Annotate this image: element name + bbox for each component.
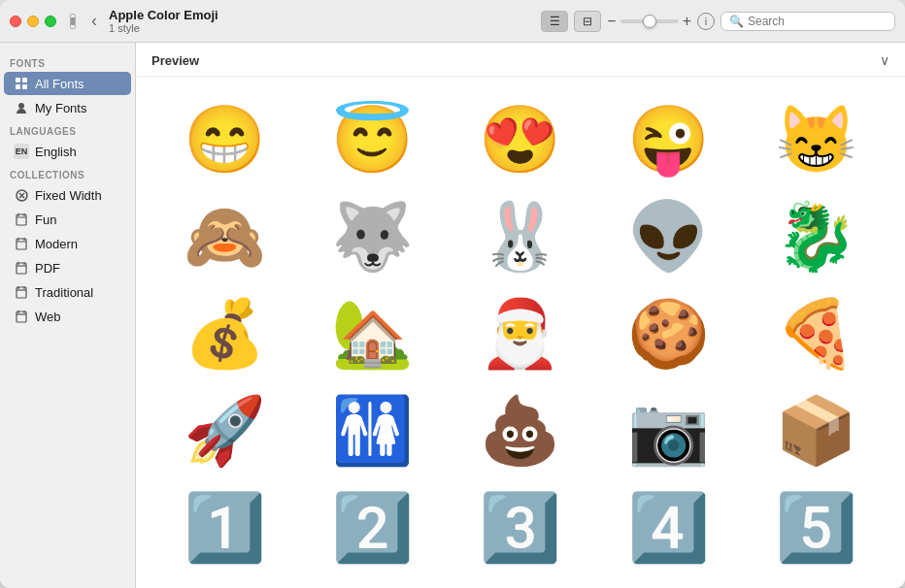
emoji-cell: 🐉 bbox=[748, 193, 886, 280]
preview-area: Preview ∨ 😁😇😍😜😸🙈🐺🐰👽🐉💰🏡🎅🍪🍕🚀🚻💩📷📦1️⃣2️⃣3️⃣4… bbox=[136, 43, 905, 588]
minimize-button[interactable] bbox=[27, 16, 39, 27]
info-icon: i bbox=[705, 16, 707, 27]
size-control: − + bbox=[607, 13, 691, 30]
sidebar-item-fun[interactable]: Fun bbox=[4, 208, 131, 231]
font-title-area: Apple Color Emoji 1 style bbox=[109, 8, 541, 34]
traffic-lights bbox=[10, 16, 56, 27]
fixed-width-icon bbox=[14, 187, 29, 203]
emoji-cell: 🍪 bbox=[599, 290, 737, 377]
fixed-width-label: Fixed Width bbox=[35, 188, 102, 203]
emoji-cell: 5️⃣ bbox=[748, 484, 886, 572]
web-label: Web bbox=[35, 310, 61, 324]
sidebar-item-fixed-width[interactable]: Fixed Width bbox=[4, 183, 131, 207]
sidebar-item-pdf[interactable]: PDF bbox=[4, 256, 131, 279]
main-window: ‹ Apple Color Emoji 1 style ☰ ⊟ − + i bbox=[0, 0, 905, 588]
svg-rect-3 bbox=[22, 84, 27, 89]
preview-label: Preview bbox=[151, 53, 199, 68]
emoji-cell: 🎅 bbox=[452, 290, 589, 377]
emoji-cell: 📦 bbox=[748, 387, 886, 474]
titlebar: ‹ Apple Color Emoji 1 style ☰ ⊟ − + i bbox=[0, 0, 905, 43]
modern-icon bbox=[14, 236, 29, 251]
sidebar-item-modern[interactable]: Modern bbox=[4, 232, 131, 255]
size-slider-thumb bbox=[643, 15, 656, 28]
web-icon bbox=[14, 309, 29, 324]
preview-header: Preview ∨ bbox=[136, 43, 905, 77]
pdf-icon bbox=[14, 260, 29, 276]
emoji-cell: 😜 bbox=[599, 96, 737, 183]
emoji-cell: 1️⃣ bbox=[155, 484, 293, 572]
back-button[interactable]: ‹ bbox=[85, 9, 103, 33]
emoji-cell: 🙈 bbox=[155, 193, 293, 280]
size-increase-button[interactable]: + bbox=[683, 13, 691, 30]
svg-point-4 bbox=[18, 103, 24, 109]
emoji-cell: 😍 bbox=[452, 96, 589, 183]
size-slider[interactable] bbox=[620, 19, 679, 23]
size-decrease-button[interactable]: − bbox=[607, 13, 616, 30]
list-view-button[interactable]: ☰ bbox=[541, 11, 568, 32]
search-box: 🔍 bbox=[721, 12, 895, 31]
emoji-cell: 🚻 bbox=[303, 387, 441, 474]
pdf-label: PDF bbox=[35, 261, 60, 276]
search-input[interactable] bbox=[748, 15, 874, 28]
info-button[interactable]: i bbox=[697, 13, 715, 30]
sidebar-item-traditional[interactable]: Traditional bbox=[4, 280, 131, 304]
emoji-cell: 📷 bbox=[599, 387, 737, 474]
collapse-sidebar-button[interactable] bbox=[70, 14, 76, 29]
maximize-button[interactable] bbox=[45, 16, 56, 27]
emoji-cell: 😇 bbox=[303, 96, 441, 183]
close-button[interactable] bbox=[10, 16, 21, 27]
collections-section-label: Collections bbox=[0, 164, 135, 182]
fonts-section-label: Fonts bbox=[0, 52, 135, 71]
emoji-cell: 🐰 bbox=[452, 193, 589, 280]
sidebar-item-english[interactable]: EN English bbox=[4, 140, 131, 163]
emoji-cell: 💰 bbox=[155, 290, 293, 377]
emoji-cell: 👽 bbox=[599, 193, 737, 280]
fun-icon bbox=[14, 212, 29, 227]
languages-section-label: Languages bbox=[0, 120, 135, 139]
my-fonts-icon bbox=[14, 100, 29, 115]
preview-collapse-button[interactable]: ∨ bbox=[880, 52, 889, 68]
emoji-cell: 🍕 bbox=[748, 290, 886, 377]
emoji-cell: 😸 bbox=[748, 96, 886, 183]
font-name: Apple Color Emoji bbox=[109, 8, 541, 22]
svg-rect-1 bbox=[22, 78, 27, 82]
grid-view-button[interactable]: ⊟ bbox=[574, 11, 601, 32]
emoji-cell: 2️⃣ bbox=[303, 484, 441, 572]
grid-view-icon: ⊟ bbox=[583, 15, 592, 28]
english-label: English bbox=[35, 145, 77, 159]
emoji-grid: 😁😇😍😜😸🙈🐺🐰👽🐉💰🏡🎅🍪🍕🚀🚻💩📷📦1️⃣2️⃣3️⃣4️⃣5️⃣ bbox=[136, 77, 905, 588]
emoji-cell: 💩 bbox=[452, 387, 589, 474]
emoji-cell: 3️⃣ bbox=[452, 484, 589, 572]
search-icon: 🔍 bbox=[729, 15, 744, 28]
all-fonts-icon bbox=[14, 76, 29, 91]
list-view-icon: ☰ bbox=[550, 15, 560, 28]
all-fonts-label: All Fonts bbox=[35, 77, 84, 91]
sidebar-item-web[interactable]: Web bbox=[4, 305, 131, 328]
my-fonts-label: My Fonts bbox=[35, 101, 86, 115]
main-content: Fonts All Fonts bbox=[0, 43, 905, 588]
svg-rect-0 bbox=[16, 78, 20, 82]
traditional-label: Traditional bbox=[35, 285, 93, 300]
modern-label: Modern bbox=[35, 237, 78, 251]
sidebar-item-my-fonts[interactable]: My Fonts bbox=[4, 96, 131, 119]
emoji-cell: 😁 bbox=[155, 96, 293, 183]
emoji-cell: 🏡 bbox=[303, 290, 441, 377]
traditional-icon bbox=[14, 284, 29, 300]
toolbar-controls: ☰ ⊟ − + i 🔍 bbox=[541, 11, 895, 32]
sidebar: Fonts All Fonts bbox=[0, 43, 136, 588]
emoji-cell: 🚀 bbox=[155, 387, 293, 474]
emoji-cell: 🐺 bbox=[303, 193, 441, 280]
sidebar-item-all-fonts[interactable]: All Fonts bbox=[4, 72, 131, 95]
font-style-count: 1 style bbox=[109, 22, 541, 34]
emoji-cell: 4️⃣ bbox=[599, 484, 737, 572]
english-icon: EN bbox=[14, 144, 29, 159]
svg-rect-2 bbox=[16, 84, 20, 89]
fun-label: Fun bbox=[35, 212, 56, 227]
